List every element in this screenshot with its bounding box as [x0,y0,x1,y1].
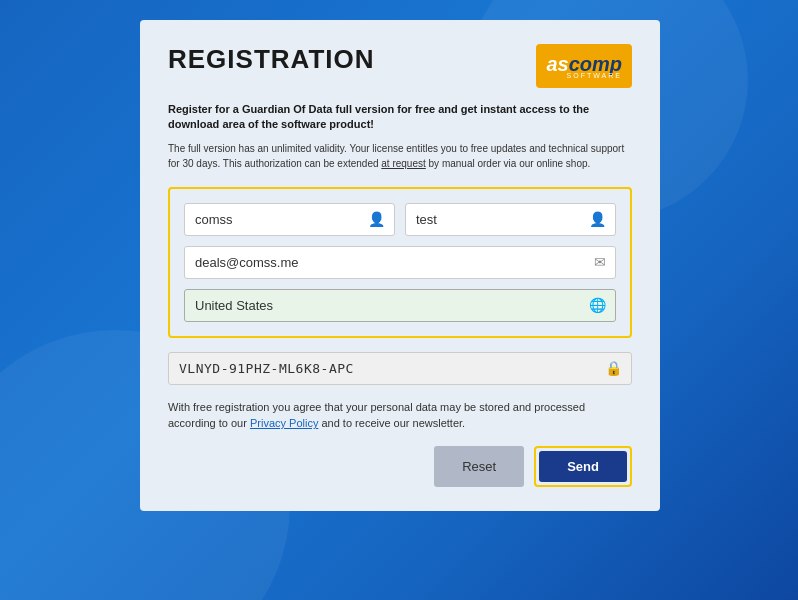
page-title: REGISTRATION [168,44,375,75]
email-wrapper: ✉ [184,246,616,279]
country-row: 🌐 [184,289,616,322]
last-name-wrapper: 👤 [405,203,616,236]
ascomp-logo: as comp SOFTWARE [536,44,632,88]
first-name-input[interactable] [184,203,395,236]
first-name-wrapper: 👤 [184,203,395,236]
button-row: Reset Send [168,446,632,487]
name-row: 👤 👤 [184,203,616,236]
globe-icon: 🌐 [589,297,606,313]
country-wrapper: 🌐 [184,289,616,322]
tagline-normal: The full version has an unlimited validi… [168,141,632,171]
privacy-text: With free registration you agree that yo… [168,399,632,432]
tagline-bold: Register for a Guardian Of Data full ver… [168,102,632,133]
email-row: ✉ [184,246,616,279]
logo-software-text: SOFTWARE [546,72,622,79]
person-icon-2: 👤 [589,211,606,227]
lock-icon: 🔒 [605,360,622,376]
last-name-input[interactable] [405,203,616,236]
send-button[interactable]: Send [539,451,627,482]
registration-card: REGISTRATION as comp SOFTWARE Register f… [140,20,660,511]
privacy-policy-link[interactable]: Privacy Policy [250,417,318,429]
person-icon: 👤 [368,211,385,227]
license-input[interactable] [168,352,632,385]
outlined-form-section: 👤 👤 ✉ 🌐 [168,187,632,338]
reset-button[interactable]: Reset [434,446,524,487]
email-input[interactable] [184,246,616,279]
send-button-outline: Send [534,446,632,487]
email-icon: ✉ [594,254,606,270]
country-input[interactable] [184,289,616,322]
card-header: REGISTRATION as comp SOFTWARE [168,44,632,88]
license-wrapper: 🔒 [168,352,632,385]
logo-inner: as comp SOFTWARE [546,53,622,79]
